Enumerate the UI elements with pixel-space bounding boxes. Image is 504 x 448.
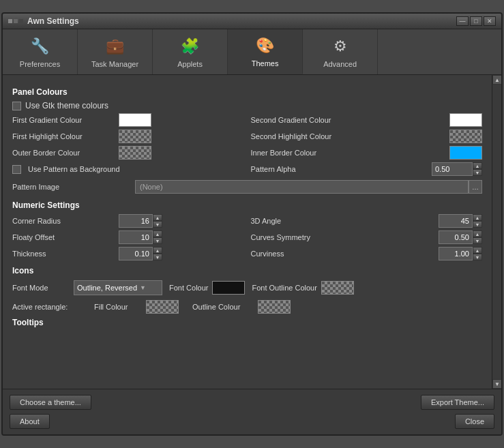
- corner-radius-label: Corner Radius: [12, 217, 115, 225]
- applets-icon: 🧩: [179, 35, 201, 57]
- first-highlight-col: First Highlight Colour: [12, 130, 244, 143]
- angle-3d-btns: ▲ ▼: [473, 214, 482, 228]
- second-gradient-label: Second Gradient Colour: [251, 116, 446, 124]
- outer-border-swatch[interactable]: [119, 146, 151, 160]
- tab-applets[interactable]: 🧩 Applets: [153, 29, 228, 74]
- tab-preferences-label: Preferences: [20, 60, 60, 68]
- font-mode-label: Font Mode: [12, 284, 74, 292]
- thickness-input[interactable]: [119, 247, 153, 260]
- second-highlight-label: Second Highlight Colour: [251, 132, 446, 140]
- curviness-label: Curviness: [251, 250, 435, 258]
- tab-bar: 🔧 Preferences 💼 Task Manager 🧩 Applets 🎨…: [3, 29, 501, 75]
- close-button[interactable]: Close: [455, 414, 494, 429]
- angle-3d-down[interactable]: ▼: [473, 221, 482, 228]
- export-theme-button[interactable]: Export Theme...: [421, 395, 494, 410]
- angle-3d-spinbox: ▲ ▼: [439, 214, 482, 228]
- thickness-down[interactable]: ▼: [153, 254, 162, 260]
- floaty-offset-down[interactable]: ▼: [153, 237, 162, 244]
- outline-colour-swatch[interactable]: [258, 300, 291, 314]
- font-colour-swatch[interactable]: [212, 281, 245, 295]
- first-highlight-swatch[interactable]: [119, 130, 151, 143]
- corner-radius-down[interactable]: ▼: [153, 221, 162, 228]
- outer-border-col: Outer Border Colour: [12, 146, 244, 160]
- pattern-image-value: (None): [140, 183, 163, 191]
- tab-preferences[interactable]: 🔧 Preferences: [3, 29, 78, 74]
- curves-symmetry-up[interactable]: ▲: [473, 230, 482, 237]
- first-gradient-col: First Gradient Colour: [12, 113, 244, 127]
- font-outline-colour-label: Font Outline Colour: [252, 284, 316, 292]
- angle-3d-up[interactable]: ▲: [473, 214, 482, 221]
- first-highlight-label: First Highlight Colour: [12, 132, 115, 140]
- radius-angle-row: Corner Radius ▲ ▼ 3D Angle ▲: [12, 214, 482, 228]
- use-pattern-col: Use Pattern as Background: [12, 162, 244, 176]
- titlebar: Awn Settings — □ ✕: [3, 14, 501, 29]
- second-gradient-col: Second Gradient Colour: [251, 113, 483, 127]
- floaty-offset-up[interactable]: ▲: [153, 230, 162, 237]
- font-outline-colour-swatch[interactable]: [321, 281, 354, 295]
- preferences-icon: 🔧: [29, 35, 51, 57]
- panel-colours-title: Panel Colours: [12, 87, 482, 97]
- tab-applets-label: Applets: [177, 60, 203, 68]
- second-highlight-swatch[interactable]: [449, 130, 482, 143]
- fill-colour-swatch[interactable]: [146, 300, 179, 314]
- corner-radius-up[interactable]: ▲: [153, 214, 162, 221]
- thickness-up[interactable]: ▲: [153, 247, 162, 254]
- curviness-col: Curviness ▲ ▼: [251, 247, 483, 260]
- floaty-offset-btns: ▲ ▼: [153, 230, 162, 244]
- about-button[interactable]: About: [10, 414, 50, 429]
- use-gtk-row: Use Gtk theme colours: [12, 101, 482, 110]
- tab-task-manager-label: Task Manager: [91, 60, 138, 68]
- thickness-btns: ▲ ▼: [153, 247, 162, 260]
- pattern-alpha-down[interactable]: ▼: [473, 169, 482, 176]
- inner-border-label: Inner Border Colour: [251, 149, 446, 157]
- choose-theme-button[interactable]: Choose a theme...: [10, 395, 91, 410]
- curviness-down[interactable]: ▼: [473, 254, 482, 260]
- font-mode-value: Outline, Reversed: [77, 284, 137, 292]
- pattern-options-row: Use Pattern as Background Pattern Alpha …: [12, 162, 482, 176]
- footer-row-2: About Close: [10, 414, 494, 429]
- numeric-settings-title: Numeric Settings: [12, 200, 482, 210]
- scroll-up[interactable]: ▲: [492, 75, 502, 85]
- scroll-down[interactable]: ▼: [492, 379, 502, 389]
- pattern-alpha-value: 0.50: [435, 165, 449, 173]
- font-colour-label: Font Colour: [169, 284, 208, 292]
- curves-symmetry-down[interactable]: ▼: [473, 237, 482, 244]
- first-gradient-swatch[interactable]: [119, 113, 151, 127]
- angle-3d-col: 3D Angle ▲ ▼: [251, 214, 483, 228]
- font-mode-arrow: ▼: [140, 284, 146, 291]
- pattern-image-input[interactable]: (None): [135, 180, 469, 194]
- use-pattern-checkbox[interactable]: [12, 165, 21, 174]
- minimize-button[interactable]: —: [456, 16, 469, 26]
- font-mode-select[interactable]: Outline, Reversed ▼: [74, 280, 162, 295]
- second-gradient-swatch[interactable]: [449, 113, 482, 127]
- curves-symmetry-input[interactable]: [439, 230, 473, 244]
- active-rectangle-label: Active rectangle:: [12, 303, 94, 311]
- corner-radius-input[interactable]: [119, 214, 153, 228]
- close-button[interactable]: ✕: [484, 16, 496, 26]
- scrollbar: ▲ ▼: [492, 75, 501, 389]
- pattern-alpha-label: Pattern Alpha: [251, 165, 428, 173]
- pattern-image-browse[interactable]: …: [469, 180, 482, 194]
- inner-border-swatch[interactable]: [449, 146, 482, 160]
- thickness-curviness-row: Thickness ▲ ▼ Curviness ▲: [12, 247, 482, 260]
- tab-themes[interactable]: 🎨 Themes: [228, 29, 303, 74]
- advanced-icon: ⚙: [329, 35, 351, 57]
- curves-symmetry-label: Curves Symmetry: [251, 233, 435, 241]
- pattern-alpha-up[interactable]: ▲: [473, 162, 482, 169]
- use-gtk-checkbox[interactable]: [12, 102, 21, 110]
- floaty-offset-input[interactable]: [119, 230, 153, 244]
- curviness-up[interactable]: ▲: [473, 247, 482, 254]
- angle-3d-input[interactable]: [439, 214, 473, 228]
- tab-task-manager[interactable]: 💼 Task Manager: [78, 29, 153, 74]
- corner-radius-spinbox: ▲ ▼: [119, 214, 162, 228]
- pattern-alpha-input[interactable]: 0.50: [432, 162, 473, 176]
- titlebar-left: Awn Settings: [8, 16, 79, 26]
- content-area: Panel Colours Use Gtk theme colours Firs…: [3, 75, 501, 389]
- active-rectangle-row: Active rectangle: Fill Colour Outline Co…: [12, 299, 482, 315]
- curviness-input[interactable]: [439, 247, 473, 260]
- main-window: Awn Settings — □ ✕ 🔧 Preferences 💼 Task …: [1, 12, 503, 436]
- tab-advanced[interactable]: ⚙ Advanced: [303, 29, 378, 74]
- maximize-button[interactable]: □: [470, 16, 482, 26]
- inner-border-col: Inner Border Colour: [251, 146, 483, 160]
- scroll-track[interactable]: [492, 85, 501, 379]
